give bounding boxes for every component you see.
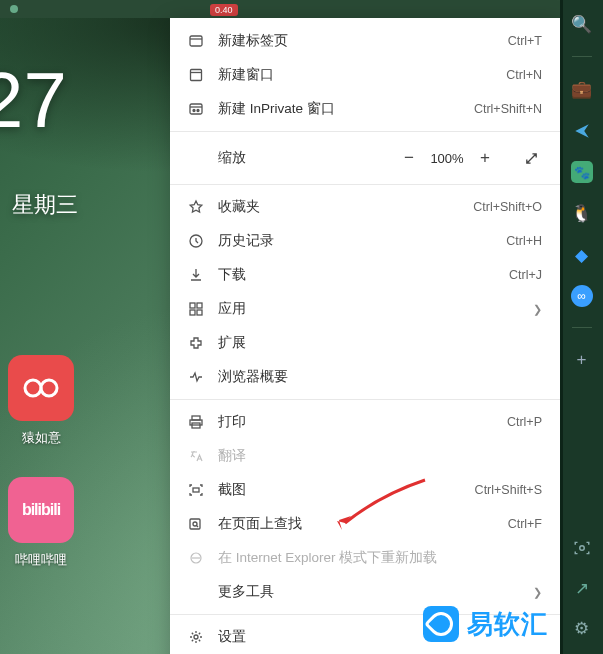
menu-find[interactable]: 在页面上查找 Ctrl+F [170, 507, 560, 541]
performance-icon [184, 369, 208, 385]
zoom-in-button[interactable]: + [470, 143, 500, 173]
history-icon [184, 233, 208, 249]
tile-icon: bilibili [8, 477, 74, 543]
weekday-display: 星期三 [12, 190, 78, 220]
browser-toolbar [0, 0, 560, 18]
watermark-text: 易软汇 [467, 607, 548, 642]
tile-icon [8, 355, 74, 421]
menu-shortcut: Ctrl+N [506, 68, 542, 82]
menu-shortcut: Ctrl+T [508, 34, 542, 48]
menu-zoom-row: 缩放 − 100% + [170, 137, 560, 179]
ie-icon [184, 550, 208, 566]
menu-new-window[interactable]: 新建窗口 Ctrl+N [170, 58, 560, 92]
find-icon [184, 516, 208, 532]
toolbar-indicator [10, 5, 18, 13]
svg-rect-11 [190, 303, 195, 308]
svg-point-9 [197, 110, 199, 112]
cloud-icon[interactable]: ∞ [571, 285, 593, 307]
zoom-label: 缩放 [218, 149, 394, 167]
add-icon[interactable]: + [570, 348, 594, 372]
tile-bilibili[interactable]: bilibili 哔哩哔哩 [8, 477, 74, 569]
menu-shortcut: Ctrl+Shift+S [475, 483, 542, 497]
menu-shortcut: Ctrl+P [507, 415, 542, 429]
menu-label: 更多工具 [218, 583, 525, 601]
svg-point-23 [194, 635, 198, 639]
menu-downloads[interactable]: 下载 Ctrl+J [170, 258, 560, 292]
menu-new-tab[interactable]: 新建标签页 Ctrl+T [170, 24, 560, 58]
menu-shortcut: Ctrl+F [508, 517, 542, 531]
menu-shortcut: Ctrl+Shift+O [473, 200, 542, 214]
fullscreen-button[interactable] [516, 143, 546, 173]
svg-line-21 [197, 526, 199, 528]
menu-performance[interactable]: 浏览器概要 [170, 360, 560, 394]
desktop-tiles: 猿如意 bilibili 哔哩哔哩 [8, 355, 74, 569]
menu-history[interactable]: 历史记录 Ctrl+H [170, 224, 560, 258]
external-icon[interactable]: ↗ [570, 576, 594, 600]
menu-label: 在 Internet Explorer 模式下重新加载 [218, 549, 542, 567]
watermark-logo-icon [423, 606, 459, 642]
new-window-icon [184, 67, 208, 83]
menu-new-inprivate[interactable]: 新建 InPrivate 窗口 Ctrl+Shift+N [170, 92, 560, 126]
right-sidebar: 🔍 💼 🐾 🐧 ◆ ∞ + ↗ ⚙ [560, 0, 603, 654]
menu-label: 在页面上查找 [218, 515, 508, 533]
tile-label: 猿如意 [22, 429, 61, 447]
settings-icon[interactable]: ⚙ [570, 616, 594, 640]
menu-label: 新建标签页 [218, 32, 508, 50]
menu-translate: 翻译 [170, 439, 560, 473]
sidebar-separator [572, 327, 592, 328]
apps-icon [184, 301, 208, 317]
download-icon [184, 267, 208, 283]
svg-rect-2 [190, 36, 202, 46]
capture-icon[interactable] [570, 536, 594, 560]
translate-icon [184, 448, 208, 464]
svg-rect-13 [190, 310, 195, 315]
menu-separator [170, 131, 560, 132]
svg-point-0 [25, 380, 41, 396]
penguin-icon[interactable]: 🐧 [570, 201, 594, 225]
svg-point-26 [579, 546, 584, 551]
menu-label: 截图 [218, 481, 475, 499]
menu-screenshot[interactable]: 截图 Ctrl+Shift+S [170, 473, 560, 507]
menu-label: 浏览器概要 [218, 368, 542, 386]
menu-extensions[interactable]: 扩展 [170, 326, 560, 360]
sidebar-separator [572, 56, 592, 57]
menu-print[interactable]: 打印 Ctrl+P [170, 405, 560, 439]
menu-separator [170, 184, 560, 185]
new-tab-icon [184, 33, 208, 49]
menu-label: 历史记录 [218, 232, 506, 250]
svg-rect-4 [191, 70, 202, 81]
menu-shortcut: Ctrl+Shift+N [474, 102, 542, 116]
inprivate-icon [184, 101, 208, 117]
menu-label: 应用 [218, 300, 525, 318]
menu-separator [170, 399, 560, 400]
svg-rect-19 [190, 519, 200, 529]
svg-rect-18 [193, 488, 199, 492]
menu-more-tools[interactable]: 更多工具 ❯ [170, 575, 560, 609]
svg-rect-12 [197, 303, 202, 308]
menu-apps[interactable]: 应用 ❯ [170, 292, 560, 326]
paw-icon[interactable]: 🐾 [571, 161, 593, 183]
zoom-value: 100% [424, 151, 470, 166]
menu-favorites[interactable]: 收藏夹 Ctrl+Shift+O [170, 190, 560, 224]
search-icon[interactable]: 🔍 [570, 12, 594, 36]
clock-display: 27 [0, 55, 67, 146]
menu-label: 翻译 [218, 447, 542, 465]
chevron-right-icon: ❯ [533, 586, 542, 599]
print-icon [184, 414, 208, 430]
star-icon [184, 199, 208, 215]
svg-rect-14 [197, 310, 202, 315]
zoom-out-button[interactable]: − [394, 143, 424, 173]
briefcase-icon[interactable]: 💼 [570, 77, 594, 101]
app-icon-blue[interactable]: ◆ [570, 243, 594, 267]
svg-point-20 [193, 522, 197, 526]
menu-label: 新建窗口 [218, 66, 506, 84]
tile-yuanruyi[interactable]: 猿如意 [8, 355, 74, 447]
svg-point-8 [193, 110, 195, 112]
menu-label: 收藏夹 [218, 198, 473, 216]
extensions-icon [184, 335, 208, 351]
chevron-right-icon: ❯ [533, 303, 542, 316]
svg-rect-6 [190, 104, 202, 114]
send-icon[interactable] [570, 119, 594, 143]
menu-label: 扩展 [218, 334, 542, 352]
menu-ie-mode: 在 Internet Explorer 模式下重新加载 [170, 541, 560, 575]
